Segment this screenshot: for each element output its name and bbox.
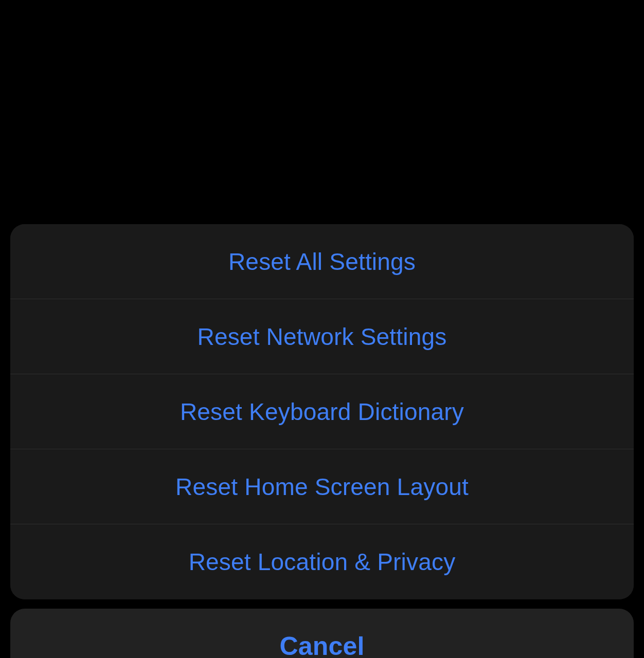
option-label: Reset Location & Privacy — [189, 548, 456, 576]
cancel-button[interactable]: Cancel — [10, 609, 634, 658]
action-sheet: Reset All Settings Reset Network Setting… — [10, 224, 634, 658]
reset-keyboard-dictionary-button[interactable]: Reset Keyboard Dictionary — [10, 374, 634, 449]
cancel-label: Cancel — [279, 631, 364, 658]
reset-location-privacy-button[interactable]: Reset Location & Privacy — [10, 524, 634, 599]
reset-all-settings-button[interactable]: Reset All Settings — [10, 224, 634, 299]
reset-home-screen-layout-button[interactable]: Reset Home Screen Layout — [10, 449, 634, 524]
options-group: Reset All Settings Reset Network Setting… — [10, 224, 634, 599]
reset-network-settings-button[interactable]: Reset Network Settings — [10, 299, 634, 374]
option-label: Reset Keyboard Dictionary — [180, 398, 464, 426]
option-label: Reset Network Settings — [197, 323, 446, 351]
option-label: Reset All Settings — [228, 248, 416, 276]
option-label: Reset Home Screen Layout — [175, 473, 469, 501]
